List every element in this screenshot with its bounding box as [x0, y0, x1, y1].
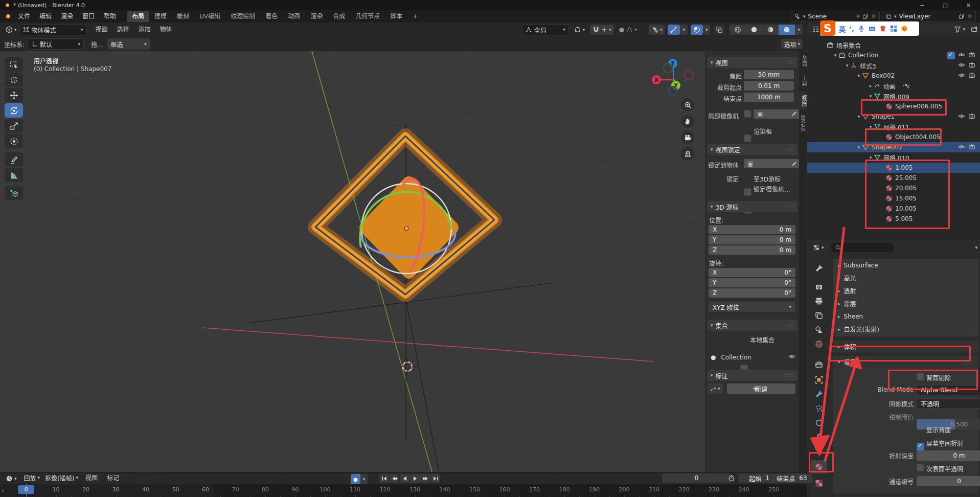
shading-material-button[interactable] — [762, 25, 779, 35]
tool-cursor-3d[interactable] — [5, 73, 23, 87]
proportional-edit-toggle[interactable]: ● ▾ — [617, 25, 640, 35]
outliner-row-15.005[interactable]: 15.005 — [807, 193, 980, 204]
panel-header-3D 游标[interactable]: ▾3D 游标:::: — [708, 201, 797, 212]
cursor-rot-Z[interactable]: Z0° — [709, 288, 795, 298]
outliner-row-Sphere006.005[interactable]: Sphere006.005 — [807, 101, 980, 111]
nav-camera-button[interactable] — [681, 131, 694, 144]
minimize-button[interactable]: ─ — [911, 2, 933, 9]
lock-object-field[interactable]: ▣ — [744, 159, 801, 168]
shading-solid-button[interactable] — [746, 25, 762, 35]
workspace-tab-动画[interactable]: 动画 — [283, 11, 305, 22]
workspace-tab-UV编辑[interactable]: UV编辑 — [194, 11, 225, 22]
eye-toggle[interactable] — [958, 51, 965, 60]
refraction-depth-field[interactable]: 0 m — [917, 450, 980, 461]
camera-toggle[interactable] — [968, 143, 975, 152]
jump-start-button[interactable] — [379, 474, 389, 483]
prev-key-button[interactable] — [390, 474, 399, 483]
options-button[interactable]: 选项 ▾ — [781, 39, 803, 49]
field-裁剪起点[interactable]: 0.01 m — [744, 81, 794, 91]
frame-end-field[interactable]: 结束点 63 — [771, 473, 812, 483]
viewport-menu-物体[interactable]: 物体 — [155, 24, 177, 36]
maximize-button[interactable]: ▢ — [933, 2, 956, 9]
ime-mode-button[interactable]: 英 — [839, 24, 846, 34]
cursor-loc-X[interactable]: X0 m — [709, 225, 795, 234]
coord-system-dropdown[interactable]: 默认 ▾ — [28, 38, 84, 50]
outliner-row-20.005[interactable]: 20.005 — [807, 183, 980, 193]
outliner-row-Object004.005[interactable]: Object004.005 — [807, 132, 980, 142]
panel-header-Subsurface[interactable]: ▸Subsurface — [833, 259, 978, 272]
backface-culling-checkbox[interactable] — [917, 373, 924, 380]
current-frame-badge[interactable]: 0 — [18, 485, 34, 494]
outliner-row-Shape007[interactable]: ▾Shape007 — [807, 142, 980, 152]
panel-header-视图[interactable]: ▾视图:::: — [708, 57, 797, 68]
render-region-checkbox[interactable] — [744, 134, 751, 142]
cursor-rot-X[interactable]: X0° — [709, 268, 795, 277]
tool-select-box[interactable] — [5, 57, 23, 72]
shadow-mode-dropdown[interactable]: 不透明▾ — [917, 398, 980, 409]
orientation-dropdown[interactable]: 全局 ▾ — [522, 24, 569, 35]
current-frame-field[interactable]: 0 — [662, 473, 731, 483]
menu-渲染[interactable]: 渲染 — [56, 13, 78, 20]
outliner-row-网格.011[interactable]: ▾网格.011 — [807, 122, 980, 132]
eye-toggle[interactable] — [958, 143, 965, 152]
selectability-dropdown[interactable]: ▾ — [649, 25, 665, 35]
show-backface-checkbox[interactable] — [917, 443, 924, 450]
tool-move[interactable] — [5, 88, 23, 102]
shading-rendered-button[interactable] — [779, 25, 795, 35]
blend-mode-dropdown[interactable]: Alpha Blend▾ — [917, 385, 980, 395]
gizmo-toggle[interactable] — [668, 25, 680, 35]
outliner-row-场景集合[interactable]: 场景集合 — [807, 40, 980, 50]
blender-menu-icon[interactable] — [4, 13, 11, 20]
nav-zoom-button[interactable] — [681, 98, 694, 111]
workspace-tab-渲染[interactable]: 渲染 — [305, 11, 328, 22]
jump-end-button[interactable] — [430, 474, 440, 483]
expand-toggle[interactable]: ▾ — [868, 94, 874, 99]
ime-logo[interactable]: S — [820, 20, 835, 36]
panel-header-透射[interactable]: ▸透射 — [833, 284, 978, 297]
outliner-row-Box002[interactable]: ▾Box002 — [807, 71, 980, 81]
timeline-menu-回放[interactable]: 回放▾ — [21, 472, 43, 483]
field-结束点[interactable]: 1000 m — [744, 93, 794, 102]
overlays-toggle[interactable] — [691, 25, 703, 35]
workspace-tab-几何节点[interactable]: 几何节点 — [350, 11, 385, 22]
copy-icon[interactable] — [862, 13, 869, 19]
workspace-tab-+[interactable]: + — [407, 11, 423, 22]
emoji-icon[interactable] — [901, 25, 908, 32]
local-camera-checkbox[interactable] — [744, 110, 751, 118]
auto-keying-dropdown[interactable]: ▾ — [360, 474, 368, 484]
workspace-tab-雕刻[interactable]: 雕刻 — [172, 11, 194, 22]
annotation-new-button[interactable]: +新建 — [727, 383, 795, 394]
snap-toggle[interactable]: ▾ — [590, 25, 614, 35]
viewlayer-selector[interactable]: ▾ ViewLayer ✕ — [882, 11, 976, 22]
xray-toggle[interactable] — [713, 25, 725, 35]
outliner-row-Shape1[interactable]: ▾Shape1 — [807, 111, 980, 122]
outliner-row-网格.009[interactable]: ▾网格.009 — [807, 91, 980, 101]
auto-keying-button[interactable]: ● — [351, 474, 360, 484]
menu-帮助[interactable]: 帮助 — [99, 13, 121, 20]
expand-toggle[interactable]: ▾ — [868, 155, 874, 160]
lock-to-cursor-checkbox[interactable] — [744, 188, 751, 196]
panel-header-标注[interactable]: ▾标注:::: — [708, 370, 797, 381]
play-button[interactable] — [410, 474, 420, 483]
timeline-ruler[interactable]: 0102030405060708090100110120130140150160… — [0, 484, 807, 497]
cursor-loc-Z[interactable]: Z0 m — [709, 245, 795, 255]
outliner-row-动画[interactable]: ▸动画 — [807, 81, 980, 91]
n-panel-tab-BMAX[interactable]: BMAX — [799, 111, 807, 136]
expand-toggle[interactable]: ▾ — [868, 124, 874, 129]
menu-窗口[interactable]: 窗口 — [78, 13, 99, 20]
outliner-row-样式3[interactable]: ▾样式3 — [807, 60, 980, 71]
collection-checkbox[interactable] — [947, 52, 955, 59]
panel-header-Sheen[interactable]: ▸Sheen — [833, 310, 978, 323]
viewport-menu-视图[interactable]: 视图 — [91, 24, 112, 36]
eye-toggle[interactable] — [958, 61, 965, 70]
timeline-menu-视图[interactable]: 视图 — [81, 472, 102, 484]
expand-toggle[interactable]: ▸ — [868, 83, 874, 88]
menu-文件[interactable]: 文件 — [13, 13, 35, 20]
field-焦距[interactable]: 50 mm — [744, 70, 794, 79]
properties-editor-dropdown[interactable]: ▾ — [810, 242, 827, 253]
nav-gizmo[interactable]: ZXY — [643, 55, 699, 102]
outliner-row-Collection[interactable]: ▾Collection — [807, 50, 980, 60]
close-button[interactable]: ✕ — [957, 2, 980, 9]
workspace-tab-脚本[interactable]: 脚本 — [385, 11, 407, 22]
mode-dropdown[interactable]: 物体模式 ▾ — [19, 24, 87, 35]
